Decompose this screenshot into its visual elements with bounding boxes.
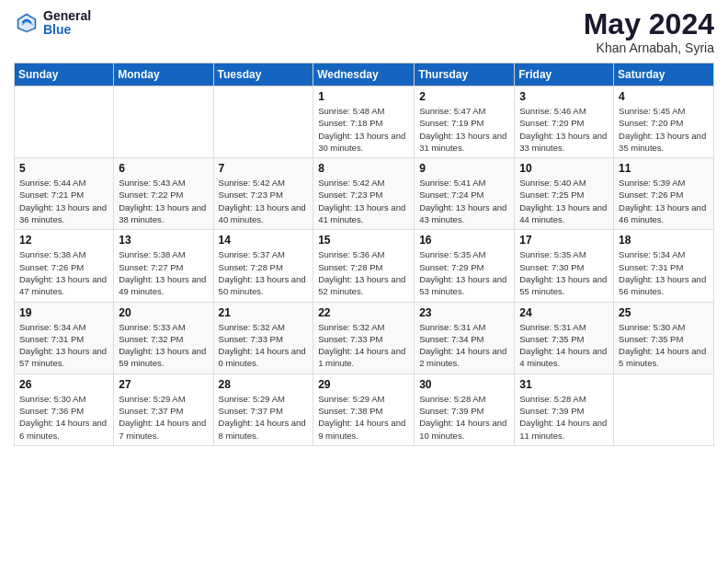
day-number: 14: [219, 234, 309, 247]
day-info: Sunrise: 5:29 AM Sunset: 7:37 PM Dayligh…: [119, 393, 208, 442]
day-cell: [213, 86, 313, 158]
day-cell: 13Sunrise: 5:38 AM Sunset: 7:27 PM Dayli…: [114, 230, 213, 302]
day-number: 23: [419, 306, 509, 319]
day-cell: 17Sunrise: 5:35 AM Sunset: 7:30 PM Dayli…: [515, 230, 614, 302]
day-number: 10: [519, 162, 609, 175]
week-row-4: 19Sunrise: 5:34 AM Sunset: 7:31 PM Dayli…: [15, 302, 714, 373]
day-cell: 15Sunrise: 5:36 AM Sunset: 7:28 PM Dayli…: [313, 230, 415, 302]
day-cell: 6Sunrise: 5:43 AM Sunset: 7:22 PM Daylig…: [114, 158, 213, 230]
day-number: 5: [19, 162, 108, 175]
day-number: 8: [318, 162, 409, 175]
day-number: 3: [519, 90, 609, 103]
day-info: Sunrise: 5:45 AM Sunset: 7:20 PM Dayligh…: [619, 105, 709, 154]
logo: General Blue: [14, 9, 91, 38]
day-number: 22: [318, 306, 409, 319]
day-info: Sunrise: 5:30 AM Sunset: 7:36 PM Dayligh…: [19, 393, 108, 442]
day-cell: 2Sunrise: 5:47 AM Sunset: 7:19 PM Daylig…: [415, 86, 515, 158]
day-info: Sunrise: 5:32 AM Sunset: 7:33 PM Dayligh…: [219, 321, 309, 370]
day-cell: 16Sunrise: 5:35 AM Sunset: 7:29 PM Dayli…: [415, 230, 515, 302]
day-number: 30: [419, 378, 509, 391]
day-cell: 20Sunrise: 5:33 AM Sunset: 7:32 PM Dayli…: [114, 302, 213, 373]
logo-icon: [14, 10, 40, 36]
day-cell: 14Sunrise: 5:37 AM Sunset: 7:28 PM Dayli…: [213, 230, 313, 302]
day-cell: 8Sunrise: 5:42 AM Sunset: 7:23 PM Daylig…: [313, 158, 415, 230]
day-info: Sunrise: 5:36 AM Sunset: 7:28 PM Dayligh…: [318, 248, 409, 297]
day-cell: 27Sunrise: 5:29 AM Sunset: 7:37 PM Dayli…: [114, 373, 213, 445]
day-number: 11: [619, 162, 709, 175]
page: General Blue May 2024 Khan Arnabah, Syri…: [0, 0, 728, 563]
day-cell: 7Sunrise: 5:42 AM Sunset: 7:23 PM Daylig…: [213, 158, 313, 230]
day-cell: 24Sunrise: 5:31 AM Sunset: 7:35 PM Dayli…: [515, 302, 614, 373]
day-info: Sunrise: 5:40 AM Sunset: 7:25 PM Dayligh…: [519, 177, 609, 225]
day-number: 18: [619, 234, 709, 247]
week-row-2: 5Sunrise: 5:44 AM Sunset: 7:21 PM Daylig…: [15, 158, 714, 230]
day-info: Sunrise: 5:42 AM Sunset: 7:23 PM Dayligh…: [219, 177, 309, 225]
day-info: Sunrise: 5:47 AM Sunset: 7:19 PM Dayligh…: [419, 105, 509, 154]
calendar-table: Sunday Monday Tuesday Wednesday Thursday…: [14, 63, 714, 446]
day-info: Sunrise: 5:42 AM Sunset: 7:23 PM Dayligh…: [318, 177, 409, 225]
day-cell: 23Sunrise: 5:31 AM Sunset: 7:34 PM Dayli…: [415, 302, 515, 373]
col-saturday: Saturday: [614, 63, 714, 86]
day-cell: 25Sunrise: 5:30 AM Sunset: 7:35 PM Dayli…: [614, 302, 714, 373]
day-cell: [114, 86, 213, 158]
day-info: Sunrise: 5:28 AM Sunset: 7:39 PM Dayligh…: [519, 393, 609, 442]
day-info: Sunrise: 5:39 AM Sunset: 7:26 PM Dayligh…: [619, 177, 709, 225]
calendar-body: 1Sunrise: 5:48 AM Sunset: 7:18 PM Daylig…: [15, 86, 714, 446]
month-title: May 2024: [584, 9, 714, 39]
day-info: Sunrise: 5:37 AM Sunset: 7:28 PM Dayligh…: [219, 248, 309, 297]
col-monday: Monday: [114, 63, 213, 86]
logo-blue-label: Blue: [43, 23, 91, 37]
week-row-1: 1Sunrise: 5:48 AM Sunset: 7:18 PM Daylig…: [15, 86, 714, 158]
day-cell: 1Sunrise: 5:48 AM Sunset: 7:18 PM Daylig…: [313, 86, 415, 158]
week-row-3: 12Sunrise: 5:38 AM Sunset: 7:26 PM Dayli…: [15, 230, 714, 302]
day-info: Sunrise: 5:34 AM Sunset: 7:31 PM Dayligh…: [19, 321, 108, 370]
day-cell: 29Sunrise: 5:29 AM Sunset: 7:38 PM Dayli…: [313, 373, 415, 445]
calendar-header: Sunday Monday Tuesday Wednesday Thursday…: [15, 63, 714, 86]
day-cell: 3Sunrise: 5:46 AM Sunset: 7:20 PM Daylig…: [515, 86, 614, 158]
day-number: 4: [619, 90, 709, 103]
day-info: Sunrise: 5:34 AM Sunset: 7:31 PM Dayligh…: [619, 248, 709, 297]
day-info: Sunrise: 5:32 AM Sunset: 7:33 PM Dayligh…: [318, 321, 409, 370]
day-cell: 19Sunrise: 5:34 AM Sunset: 7:31 PM Dayli…: [15, 302, 114, 373]
day-number: 24: [519, 306, 609, 319]
day-number: 7: [219, 162, 309, 175]
day-cell: 9Sunrise: 5:41 AM Sunset: 7:24 PM Daylig…: [415, 158, 515, 230]
day-info: Sunrise: 5:31 AM Sunset: 7:35 PM Dayligh…: [519, 321, 609, 370]
day-number: 12: [19, 234, 108, 247]
day-number: 29: [318, 378, 409, 391]
day-number: 1: [318, 90, 409, 103]
day-number: 15: [318, 234, 409, 247]
day-cell: 30Sunrise: 5:28 AM Sunset: 7:39 PM Dayli…: [415, 373, 515, 445]
day-info: Sunrise: 5:29 AM Sunset: 7:38 PM Dayligh…: [318, 393, 409, 442]
day-number: 31: [519, 378, 609, 391]
day-number: 13: [119, 234, 208, 247]
col-tuesday: Tuesday: [213, 63, 313, 86]
location: Khan Arnabah, Syria: [584, 40, 714, 55]
day-number: 2: [419, 90, 509, 103]
day-number: 9: [419, 162, 509, 175]
day-info: Sunrise: 5:46 AM Sunset: 7:20 PM Dayligh…: [519, 105, 609, 154]
day-info: Sunrise: 5:28 AM Sunset: 7:39 PM Dayligh…: [419, 393, 509, 442]
day-number: 21: [219, 306, 309, 319]
title-area: May 2024 Khan Arnabah, Syria: [584, 9, 714, 55]
day-info: Sunrise: 5:44 AM Sunset: 7:21 PM Dayligh…: [19, 177, 108, 225]
day-cell: 10Sunrise: 5:40 AM Sunset: 7:25 PM Dayli…: [515, 158, 614, 230]
day-cell: 11Sunrise: 5:39 AM Sunset: 7:26 PM Dayli…: [614, 158, 714, 230]
day-cell: 26Sunrise: 5:30 AM Sunset: 7:36 PM Dayli…: [15, 373, 114, 445]
day-cell: 5Sunrise: 5:44 AM Sunset: 7:21 PM Daylig…: [15, 158, 114, 230]
day-info: Sunrise: 5:31 AM Sunset: 7:34 PM Dayligh…: [419, 321, 509, 370]
day-info: Sunrise: 5:33 AM Sunset: 7:32 PM Dayligh…: [119, 321, 208, 370]
day-number: 20: [119, 306, 208, 319]
day-info: Sunrise: 5:29 AM Sunset: 7:37 PM Dayligh…: [219, 393, 309, 442]
day-number: 17: [519, 234, 609, 247]
header: General Blue May 2024 Khan Arnabah, Syri…: [14, 9, 714, 55]
day-number: 16: [419, 234, 509, 247]
day-number: 28: [219, 378, 309, 391]
week-row-5: 26Sunrise: 5:30 AM Sunset: 7:36 PM Dayli…: [15, 373, 714, 445]
day-info: Sunrise: 5:41 AM Sunset: 7:24 PM Dayligh…: [419, 177, 509, 225]
day-info: Sunrise: 5:38 AM Sunset: 7:27 PM Dayligh…: [119, 248, 208, 297]
day-info: Sunrise: 5:38 AM Sunset: 7:26 PM Dayligh…: [19, 248, 108, 297]
logo-text: General Blue: [43, 9, 91, 38]
day-cell: 4Sunrise: 5:45 AM Sunset: 7:20 PM Daylig…: [614, 86, 714, 158]
day-number: 6: [119, 162, 208, 175]
